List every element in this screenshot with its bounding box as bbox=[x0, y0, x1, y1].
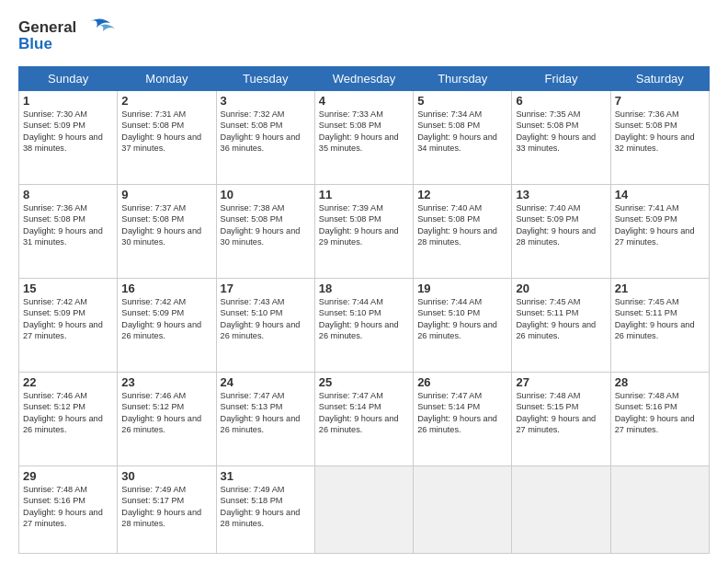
day-info: Sunrise: 7:45 AM Sunset: 5:11 PM Dayligh… bbox=[516, 296, 606, 342]
day-info: Sunrise: 7:36 AM Sunset: 5:08 PM Dayligh… bbox=[23, 202, 113, 248]
day-number: 20 bbox=[516, 282, 606, 295]
calendar-cell: 19 Sunrise: 7:44 AM Sunset: 5:10 PM Dayl… bbox=[414, 278, 512, 372]
calendar-week-row: 29 Sunrise: 7:48 AM Sunset: 5:16 PM Dayl… bbox=[19, 465, 710, 553]
day-info: Sunrise: 7:38 AM Sunset: 5:08 PM Dayligh… bbox=[221, 202, 311, 248]
calendar-cell bbox=[610, 465, 709, 553]
calendar-cell: 13 Sunrise: 7:40 AM Sunset: 5:09 PM Dayl… bbox=[512, 184, 610, 278]
day-info: Sunrise: 7:40 AM Sunset: 5:08 PM Dayligh… bbox=[417, 202, 507, 248]
day-info: Sunrise: 7:45 AM Sunset: 5:11 PM Dayligh… bbox=[615, 296, 705, 342]
day-info: Sunrise: 7:48 AM Sunset: 5:16 PM Dayligh… bbox=[23, 484, 113, 530]
calendar-cell: 2 Sunrise: 7:31 AM Sunset: 5:08 PM Dayli… bbox=[118, 91, 216, 185]
calendar-cell: 5 Sunrise: 7:34 AM Sunset: 5:08 PM Dayli… bbox=[414, 91, 512, 185]
calendar-cell: 8 Sunrise: 7:36 AM Sunset: 5:08 PM Dayli… bbox=[19, 184, 118, 278]
calendar-cell: 11 Sunrise: 7:39 AM Sunset: 5:08 PM Dayl… bbox=[314, 184, 413, 278]
day-info: Sunrise: 7:42 AM Sunset: 5:09 PM Dayligh… bbox=[121, 296, 211, 342]
calendar-cell: 6 Sunrise: 7:35 AM Sunset: 5:08 PM Dayli… bbox=[512, 91, 610, 185]
calendar-cell: 22 Sunrise: 7:46 AM Sunset: 5:12 PM Dayl… bbox=[19, 372, 118, 465]
day-info: Sunrise: 7:41 AM Sunset: 5:09 PM Dayligh… bbox=[615, 202, 705, 248]
day-number: 4 bbox=[319, 94, 409, 108]
day-number: 21 bbox=[615, 282, 705, 295]
calendar-cell: 14 Sunrise: 7:41 AM Sunset: 5:09 PM Dayl… bbox=[610, 184, 709, 278]
calendar-cell: 31 Sunrise: 7:49 AM Sunset: 5:18 PM Dayl… bbox=[216, 465, 314, 553]
logo: General Blue bbox=[18, 14, 119, 59]
day-number: 27 bbox=[516, 375, 606, 389]
weekday-header-tuesday: Tuesday bbox=[216, 67, 314, 91]
calendar-week-row: 22 Sunrise: 7:46 AM Sunset: 5:12 PM Dayl… bbox=[19, 372, 710, 465]
calendar-cell: 12 Sunrise: 7:40 AM Sunset: 5:08 PM Dayl… bbox=[414, 184, 512, 278]
header: General Blue bbox=[18, 14, 710, 59]
day-number: 23 bbox=[121, 375, 211, 389]
calendar-cell: 16 Sunrise: 7:42 AM Sunset: 5:09 PM Dayl… bbox=[118, 278, 216, 372]
day-info: Sunrise: 7:46 AM Sunset: 5:12 PM Dayligh… bbox=[23, 390, 113, 436]
calendar-cell: 18 Sunrise: 7:44 AM Sunset: 5:10 PM Dayl… bbox=[314, 278, 413, 372]
day-number: 2 bbox=[121, 94, 211, 108]
day-info: Sunrise: 7:31 AM Sunset: 5:08 PM Dayligh… bbox=[121, 109, 211, 155]
day-number: 15 bbox=[23, 282, 113, 295]
calendar-table: SundayMondayTuesdayWednesdayThursdayFrid… bbox=[18, 66, 710, 554]
svg-text:General: General bbox=[18, 18, 76, 36]
day-number: 24 bbox=[221, 375, 311, 389]
day-number: 14 bbox=[615, 188, 705, 201]
day-number: 11 bbox=[319, 188, 409, 201]
day-info: Sunrise: 7:49 AM Sunset: 5:18 PM Dayligh… bbox=[221, 484, 311, 530]
day-number: 16 bbox=[121, 282, 211, 295]
calendar-cell bbox=[512, 465, 610, 553]
weekday-header-thursday: Thursday bbox=[414, 67, 512, 91]
calendar-cell: 24 Sunrise: 7:47 AM Sunset: 5:13 PM Dayl… bbox=[216, 372, 314, 465]
day-info: Sunrise: 7:48 AM Sunset: 5:16 PM Dayligh… bbox=[615, 390, 705, 436]
weekday-header-row: SundayMondayTuesdayWednesdayThursdayFrid… bbox=[19, 67, 710, 91]
calendar-cell: 21 Sunrise: 7:45 AM Sunset: 5:11 PM Dayl… bbox=[610, 278, 709, 372]
calendar-cell: 1 Sunrise: 7:30 AM Sunset: 5:09 PM Dayli… bbox=[19, 91, 118, 185]
day-number: 22 bbox=[23, 375, 113, 389]
calendar-cell: 25 Sunrise: 7:47 AM Sunset: 5:14 PM Dayl… bbox=[314, 372, 413, 465]
day-number: 5 bbox=[417, 94, 507, 108]
calendar-cell: 26 Sunrise: 7:47 AM Sunset: 5:14 PM Dayl… bbox=[414, 372, 512, 465]
day-info: Sunrise: 7:40 AM Sunset: 5:09 PM Dayligh… bbox=[516, 202, 606, 248]
day-number: 9 bbox=[121, 188, 211, 201]
day-info: Sunrise: 7:48 AM Sunset: 5:15 PM Dayligh… bbox=[516, 390, 606, 436]
day-number: 7 bbox=[615, 94, 705, 108]
day-number: 29 bbox=[23, 469, 113, 483]
calendar-cell: 28 Sunrise: 7:48 AM Sunset: 5:16 PM Dayl… bbox=[610, 372, 709, 465]
day-info: Sunrise: 7:42 AM Sunset: 5:09 PM Dayligh… bbox=[23, 296, 113, 342]
calendar-cell: 15 Sunrise: 7:42 AM Sunset: 5:09 PM Dayl… bbox=[19, 278, 118, 372]
calendar-cell: 4 Sunrise: 7:33 AM Sunset: 5:08 PM Dayli… bbox=[314, 91, 413, 185]
day-info: Sunrise: 7:36 AM Sunset: 5:08 PM Dayligh… bbox=[615, 109, 705, 155]
day-number: 6 bbox=[516, 94, 606, 108]
day-number: 17 bbox=[221, 282, 311, 295]
calendar-week-row: 8 Sunrise: 7:36 AM Sunset: 5:08 PM Dayli… bbox=[19, 184, 710, 278]
day-number: 25 bbox=[319, 375, 409, 389]
weekday-header-friday: Friday bbox=[512, 67, 610, 91]
day-number: 26 bbox=[417, 375, 507, 389]
day-info: Sunrise: 7:49 AM Sunset: 5:17 PM Dayligh… bbox=[121, 484, 211, 530]
day-info: Sunrise: 7:47 AM Sunset: 5:14 PM Dayligh… bbox=[417, 390, 507, 436]
day-number: 1 bbox=[23, 94, 113, 108]
day-info: Sunrise: 7:30 AM Sunset: 5:09 PM Dayligh… bbox=[23, 109, 113, 155]
day-info: Sunrise: 7:43 AM Sunset: 5:10 PM Dayligh… bbox=[221, 296, 311, 342]
calendar-cell: 9 Sunrise: 7:37 AM Sunset: 5:08 PM Dayli… bbox=[118, 184, 216, 278]
calendar-cell: 17 Sunrise: 7:43 AM Sunset: 5:10 PM Dayl… bbox=[216, 278, 314, 372]
calendar-cell: 3 Sunrise: 7:32 AM Sunset: 5:08 PM Dayli… bbox=[216, 91, 314, 185]
calendar-cell: 30 Sunrise: 7:49 AM Sunset: 5:17 PM Dayl… bbox=[118, 465, 216, 553]
day-info: Sunrise: 7:32 AM Sunset: 5:08 PM Dayligh… bbox=[221, 109, 311, 155]
calendar-cell: 27 Sunrise: 7:48 AM Sunset: 5:15 PM Dayl… bbox=[512, 372, 610, 465]
day-info: Sunrise: 7:47 AM Sunset: 5:13 PM Dayligh… bbox=[221, 390, 311, 436]
calendar-week-row: 1 Sunrise: 7:30 AM Sunset: 5:09 PM Dayli… bbox=[19, 91, 710, 185]
day-info: Sunrise: 7:44 AM Sunset: 5:10 PM Dayligh… bbox=[319, 296, 409, 342]
calendar-cell: 29 Sunrise: 7:48 AM Sunset: 5:16 PM Dayl… bbox=[19, 465, 118, 553]
day-info: Sunrise: 7:39 AM Sunset: 5:08 PM Dayligh… bbox=[319, 202, 409, 248]
day-number: 18 bbox=[319, 282, 409, 295]
calendar-cell: 10 Sunrise: 7:38 AM Sunset: 5:08 PM Dayl… bbox=[216, 184, 314, 278]
day-info: Sunrise: 7:35 AM Sunset: 5:08 PM Dayligh… bbox=[516, 109, 606, 155]
day-info: Sunrise: 7:44 AM Sunset: 5:10 PM Dayligh… bbox=[417, 296, 507, 342]
weekday-header-sunday: Sunday bbox=[19, 67, 118, 91]
calendar-cell: 7 Sunrise: 7:36 AM Sunset: 5:08 PM Dayli… bbox=[610, 91, 709, 185]
weekday-header-monday: Monday bbox=[118, 67, 216, 91]
day-info: Sunrise: 7:37 AM Sunset: 5:08 PM Dayligh… bbox=[121, 202, 211, 248]
calendar-cell: 20 Sunrise: 7:45 AM Sunset: 5:11 PM Dayl… bbox=[512, 278, 610, 372]
logo-svg: General Blue bbox=[18, 14, 119, 55]
weekday-header-saturday: Saturday bbox=[610, 67, 709, 91]
day-number: 28 bbox=[615, 375, 705, 389]
day-number: 13 bbox=[516, 188, 606, 201]
day-number: 12 bbox=[417, 188, 507, 201]
